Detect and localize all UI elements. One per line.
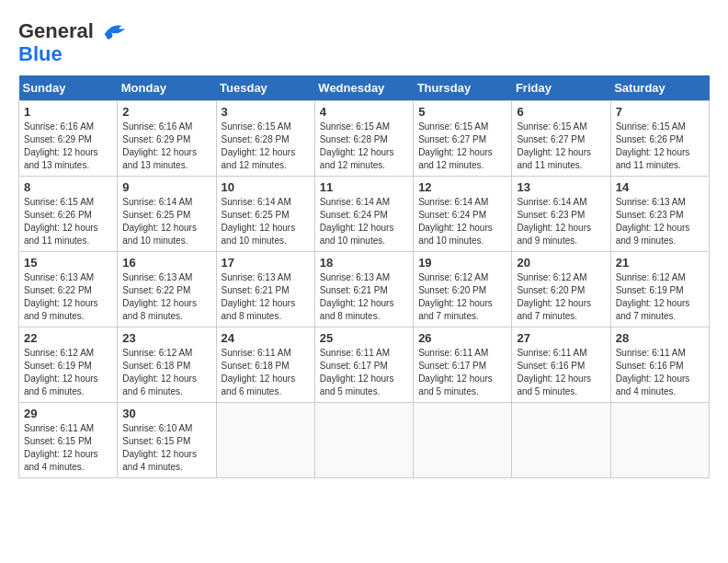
day-info: Sunrise: 6:10 AMSunset: 6:15 PMDaylight:… (122, 422, 210, 474)
calendar-body: 1Sunrise: 6:16 AMSunset: 6:29 PMDaylight… (19, 101, 710, 478)
calendar-day-cell: 19Sunrise: 6:12 AMSunset: 6:20 PMDayligh… (414, 252, 512, 327)
day-number: 13 (517, 180, 605, 194)
calendar-day-cell: 23Sunrise: 6:12 AMSunset: 6:18 PMDayligh… (118, 327, 216, 403)
calendar-day-cell: 8Sunrise: 6:15 AMSunset: 6:26 PMDaylight… (19, 177, 118, 252)
calendar-header: SundayMondayTuesdayWednesdayThursdayFrid… (19, 75, 710, 101)
day-info: Sunrise: 6:13 AMSunset: 6:22 PMDaylight:… (24, 271, 112, 323)
day-info: Sunrise: 6:15 AMSunset: 6:28 PMDaylight:… (320, 121, 408, 172)
calendar-day-cell: 6Sunrise: 6:15 AMSunset: 6:27 PMDaylight… (512, 101, 610, 177)
day-info: Sunrise: 6:11 AMSunset: 6:18 PMDaylight:… (222, 347, 310, 398)
calendar-day-cell: 29Sunrise: 6:11 AMSunset: 6:15 PMDayligh… (19, 403, 118, 478)
day-number: 10 (222, 180, 310, 194)
day-info: Sunrise: 6:11 AMSunset: 6:16 PMDaylight:… (517, 347, 605, 398)
logo-line1: General (18, 19, 94, 42)
day-number: 8 (24, 180, 112, 194)
calendar-day-cell: 25Sunrise: 6:11 AMSunset: 6:17 PMDayligh… (314, 327, 413, 403)
day-info: Sunrise: 6:15 AMSunset: 6:26 PMDaylight:… (24, 196, 112, 247)
day-info: Sunrise: 6:14 AMSunset: 6:24 PMDaylight:… (418, 196, 506, 247)
day-info: Sunrise: 6:12 AMSunset: 6:20 PMDaylight:… (517, 271, 605, 323)
day-number: 30 (122, 407, 210, 420)
day-info: Sunrise: 6:13 AMSunset: 6:21 PMDaylight:… (222, 271, 310, 323)
calendar-day-cell: 28Sunrise: 6:11 AMSunset: 6:16 PMDayligh… (610, 327, 709, 403)
calendar-day-cell: 14Sunrise: 6:13 AMSunset: 6:23 PMDayligh… (610, 177, 709, 252)
calendar-week-row: 1Sunrise: 6:16 AMSunset: 6:29 PMDaylight… (19, 101, 710, 177)
day-of-week-header: Saturday (610, 75, 709, 101)
calendar-day-cell: 15Sunrise: 6:13 AMSunset: 6:22 PMDayligh… (19, 252, 118, 327)
day-info: Sunrise: 6:15 AMSunset: 6:28 PMDaylight:… (222, 121, 310, 172)
day-number: 28 (616, 331, 704, 345)
day-of-week-header: Monday (118, 75, 216, 101)
day-info: Sunrise: 6:14 AMSunset: 6:25 PMDaylight:… (122, 196, 210, 247)
calendar-day-cell: 4Sunrise: 6:15 AMSunset: 6:28 PMDaylight… (314, 101, 413, 177)
day-info: Sunrise: 6:13 AMSunset: 6:22 PMDaylight:… (122, 271, 210, 323)
calendar-day-cell: 22Sunrise: 6:12 AMSunset: 6:19 PMDayligh… (19, 327, 118, 403)
calendar-day-cell: 1Sunrise: 6:16 AMSunset: 6:29 PMDaylight… (19, 101, 118, 177)
day-info: Sunrise: 6:11 AMSunset: 6:17 PMDaylight:… (320, 347, 408, 398)
day-number: 22 (24, 331, 112, 345)
day-number: 14 (616, 180, 704, 194)
calendar-table: SundayMondayTuesdayWednesdayThursdayFrid… (18, 75, 710, 478)
day-number: 1 (24, 105, 112, 119)
calendar-day-cell: 16Sunrise: 6:13 AMSunset: 6:22 PMDayligh… (118, 252, 216, 327)
day-number: 27 (517, 331, 605, 345)
calendar-day-cell: 24Sunrise: 6:11 AMSunset: 6:18 PMDayligh… (216, 327, 314, 403)
day-number: 29 (24, 407, 112, 420)
day-number: 2 (122, 105, 210, 119)
day-number: 16 (122, 256, 210, 270)
day-info: Sunrise: 6:14 AMSunset: 6:23 PMDaylight:… (517, 196, 605, 247)
day-of-week-header: Tuesday (216, 75, 314, 101)
calendar-week-row: 8Sunrise: 6:15 AMSunset: 6:26 PMDaylight… (19, 177, 710, 252)
calendar-day-cell: 26Sunrise: 6:11 AMSunset: 6:17 PMDayligh… (414, 327, 512, 403)
calendar-day-cell: 11Sunrise: 6:14 AMSunset: 6:24 PMDayligh… (314, 177, 413, 252)
day-info: Sunrise: 6:15 AMSunset: 6:27 PMDaylight:… (517, 121, 605, 172)
day-info: Sunrise: 6:13 AMSunset: 6:21 PMDaylight:… (320, 271, 408, 323)
day-info: Sunrise: 6:16 AMSunset: 6:29 PMDaylight:… (24, 121, 112, 172)
day-info: Sunrise: 6:16 AMSunset: 6:29 PMDaylight:… (122, 121, 210, 172)
calendar-day-cell: 7Sunrise: 6:15 AMSunset: 6:26 PMDaylight… (610, 101, 709, 177)
calendar-day-cell: 21Sunrise: 6:12 AMSunset: 6:19 PMDayligh… (610, 252, 709, 327)
day-info: Sunrise: 6:14 AMSunset: 6:25 PMDaylight:… (222, 196, 310, 247)
day-number: 3 (222, 105, 310, 119)
day-of-week-header: Sunday (19, 75, 118, 101)
logo: General Blue (18, 18, 129, 66)
calendar-day-cell: 12Sunrise: 6:14 AMSunset: 6:24 PMDayligh… (414, 177, 512, 252)
day-info: Sunrise: 6:14 AMSunset: 6:24 PMDaylight:… (320, 196, 408, 247)
calendar-day-cell: 3Sunrise: 6:15 AMSunset: 6:28 PMDaylight… (216, 101, 314, 177)
day-number: 25 (320, 331, 408, 345)
day-info: Sunrise: 6:12 AMSunset: 6:19 PMDaylight:… (616, 271, 704, 323)
calendar-day-cell: 9Sunrise: 6:14 AMSunset: 6:25 PMDaylight… (118, 177, 216, 252)
day-number: 5 (418, 105, 506, 119)
page-header: General Blue (18, 18, 710, 66)
calendar-day-cell (414, 403, 512, 478)
day-number: 26 (418, 331, 506, 345)
day-number: 18 (320, 256, 408, 270)
day-number: 20 (517, 256, 605, 270)
day-info: Sunrise: 6:11 AMSunset: 6:15 PMDaylight:… (24, 422, 112, 474)
day-info: Sunrise: 6:12 AMSunset: 6:19 PMDaylight:… (24, 347, 112, 398)
calendar-day-cell: 18Sunrise: 6:13 AMSunset: 6:21 PMDayligh… (314, 252, 413, 327)
calendar-day-cell: 20Sunrise: 6:12 AMSunset: 6:20 PMDayligh… (512, 252, 610, 327)
day-number: 9 (122, 180, 210, 194)
calendar-week-row: 29Sunrise: 6:11 AMSunset: 6:15 PMDayligh… (19, 403, 710, 478)
day-number: 21 (616, 256, 704, 270)
day-number: 6 (517, 105, 605, 119)
day-number: 12 (418, 180, 506, 194)
calendar-day-cell: 13Sunrise: 6:14 AMSunset: 6:23 PMDayligh… (512, 177, 610, 252)
calendar-week-row: 15Sunrise: 6:13 AMSunset: 6:22 PMDayligh… (19, 252, 710, 327)
day-number: 19 (418, 256, 506, 270)
calendar-day-cell: 2Sunrise: 6:16 AMSunset: 6:29 PMDaylight… (118, 101, 216, 177)
calendar-day-cell: 30Sunrise: 6:10 AMSunset: 6:15 PMDayligh… (118, 403, 216, 478)
day-info: Sunrise: 6:15 AMSunset: 6:26 PMDaylight:… (616, 121, 704, 172)
day-of-week-header: Wednesday (314, 75, 413, 101)
day-number: 7 (616, 105, 704, 119)
day-number: 4 (320, 105, 408, 119)
day-info: Sunrise: 6:11 AMSunset: 6:17 PMDaylight:… (418, 347, 506, 398)
day-info: Sunrise: 6:12 AMSunset: 6:20 PMDaylight:… (418, 271, 506, 323)
day-of-week-header: Friday (512, 75, 610, 101)
logo-bird-icon (101, 18, 129, 46)
calendar-day-cell (314, 403, 413, 478)
calendar-day-cell: 10Sunrise: 6:14 AMSunset: 6:25 PMDayligh… (216, 177, 314, 252)
day-info: Sunrise: 6:13 AMSunset: 6:23 PMDaylight:… (616, 196, 704, 247)
calendar-day-cell (512, 403, 610, 478)
day-of-week-header: Thursday (414, 75, 512, 101)
